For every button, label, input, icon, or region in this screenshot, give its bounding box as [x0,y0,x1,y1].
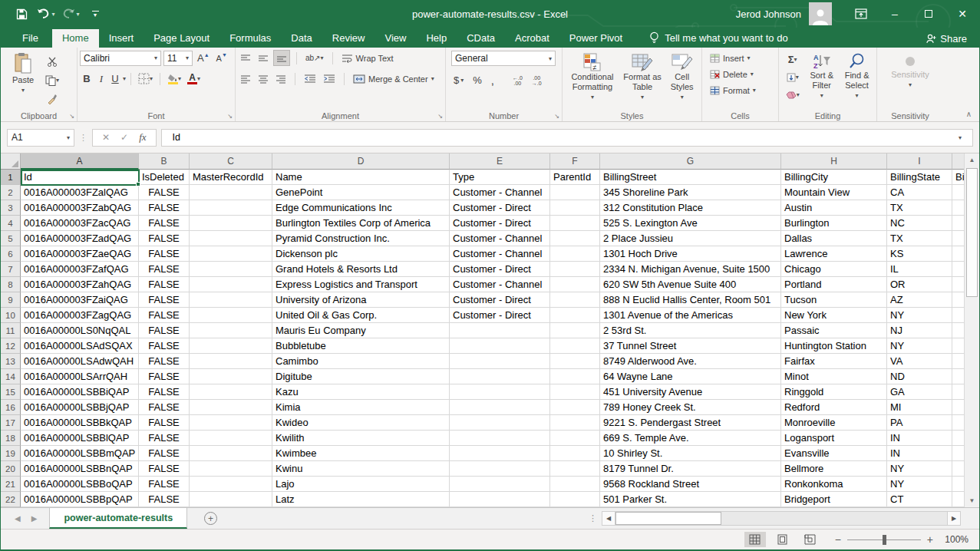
cell-G4[interactable]: 525 S. Lexington Ave [600,216,781,231]
cell-B8[interactable]: FALSE [139,277,190,292]
fill-button[interactable]: ▾ [781,69,803,85]
cell-A19[interactable]: 0016A00000LSBBmQAP [21,446,139,461]
comma-style-button[interactable]: , [489,72,497,88]
cell-C21[interactable] [190,477,272,492]
cell-H12[interactable]: Huntington Station [781,338,887,354]
cell-G19[interactable]: 10 Shirley St. [600,446,781,461]
cell-A14[interactable]: 0016A00000LSArrQAH [21,369,139,384]
align-right-button[interactable] [273,71,289,87]
cell-G7[interactable]: 2334 N. Michigan Avenue, Suite 1500 [600,262,781,277]
row-header-20[interactable]: 20 [1,461,21,477]
clear-button[interactable]: ▾ [781,87,803,103]
cell-D1[interactable]: Name [272,170,450,185]
cell-B13[interactable]: FALSE [139,354,190,369]
borders-dropdown[interactable]: ▾ [150,75,153,82]
cell-F17[interactable] [550,415,600,431]
cell-D10[interactable]: United Oil & Gas Corp. [272,308,450,323]
tab-home[interactable]: Home [52,29,99,48]
cell-F2[interactable] [550,185,600,200]
cell-B9[interactable]: FALSE [139,292,190,308]
cell-C3[interactable] [190,200,272,216]
cell-F15[interactable] [550,384,600,400]
cell-F14[interactable] [550,369,600,384]
cell-B21[interactable]: FALSE [139,477,190,492]
borders-button[interactable]: ▾ [136,71,155,87]
zoom-in-button[interactable]: + [927,533,933,546]
cell-C19[interactable] [190,446,272,461]
find-select-dropdown[interactable]: ▾ [856,91,859,101]
collapse-ribbon-button[interactable]: ∧ [966,110,972,118]
page-break-preview-button[interactable] [800,532,821,547]
cell-G22[interactable]: 501 Parker St. [600,492,781,507]
cell-D22[interactable]: Latz [272,492,450,507]
fill-dropdown[interactable]: ▾ [796,74,799,81]
cell-F18[interactable] [550,431,600,446]
cell-styles-button[interactable]: Cell Styles ▾ [665,50,699,110]
fill-color-button[interactable]: ▾ [165,71,183,87]
row-header-9[interactable]: 9 [1,292,21,308]
cell-A4[interactable]: 0016A000003FZacQAG [21,216,139,231]
alignment-dialog-launcher[interactable]: ↘ [437,113,443,120]
cell-H20[interactable]: Bellmore [781,461,887,477]
sort-filter-button[interactable]: AZ Sort & Filter ▾ [803,50,840,110]
cell-B17[interactable]: FALSE [139,415,190,431]
font-color-dropdown[interactable]: ▾ [197,75,200,82]
tab-review[interactable]: Review [322,29,375,48]
sensitivity-button[interactable]: Sensitivity ▾ [879,50,941,90]
cell-G8[interactable]: 620 SW 5th Avenue Suite 400 [600,277,781,292]
cell-F20[interactable] [550,461,600,477]
cell-I22[interactable]: CT [887,492,952,507]
decrease-indent-button[interactable] [302,71,318,87]
cell-C9[interactable] [190,292,272,308]
avatar[interactable] [809,2,832,25]
cell-C6[interactable] [190,246,272,262]
new-sheet-button[interactable]: + [204,512,217,525]
cell-D19[interactable]: Kwimbee [272,446,450,461]
tab-acrobat[interactable]: Acrobat [505,29,559,48]
cell-F4[interactable] [550,216,600,231]
cell-H14[interactable]: Minot [781,369,887,384]
cell-E3[interactable]: Customer - Direct [450,200,550,216]
cell-H17[interactable]: Monroeville [781,415,887,431]
cell-H10[interactable]: New York [781,308,887,323]
cell-F22[interactable] [550,492,600,507]
format-painter-button[interactable] [43,91,61,107]
cell-G9[interactable]: 888 N Euclid Hallis Center, Room 501 [600,292,781,308]
cell-H19[interactable]: Evansville [781,446,887,461]
cell-G18[interactable]: 669 S. Temple Ave. [600,431,781,446]
cell-H18[interactable]: Logansport [781,431,887,446]
cell-B10[interactable]: FALSE [139,308,190,323]
normal-view-button[interactable] [744,532,766,547]
zoom-level[interactable]: 100% [939,534,968,545]
increase-decimal-button[interactable]: ←.0.00 [510,72,525,88]
cell-G5[interactable]: 2 Place Jussieu [600,231,781,246]
cell-E7[interactable]: Customer - Direct [450,262,550,277]
cell-I19[interactable]: IN [887,446,952,461]
autosum-dropdown[interactable]: ▾ [794,56,797,63]
cell-D15[interactable]: Kazu [272,384,450,400]
cell-C12[interactable] [190,338,272,354]
cell-C15[interactable] [190,384,272,400]
cell-H7[interactable]: Chicago [781,262,887,277]
cell-C5[interactable] [190,231,272,246]
cell-D20[interactable]: Kwinu [272,461,450,477]
cell-F11[interactable] [550,323,600,338]
row-header-16[interactable]: 16 [1,400,21,415]
cut-button[interactable] [43,54,61,70]
scroll-right-arrow[interactable]: ▶ [947,512,960,525]
cell-E22[interactable] [450,492,550,507]
middle-align-button[interactable] [256,50,271,66]
select-all-corner[interactable] [1,153,21,170]
cell-A5[interactable]: 0016A000003FZadQAG [21,231,139,246]
column-header-B[interactable]: B [139,153,190,170]
cell-H22[interactable]: Bridgeport [781,492,887,507]
cell-G16[interactable]: 789 Honey Creek St. [600,400,781,415]
cell-B5[interactable]: FALSE [139,231,190,246]
redo-dropdown[interactable]: ▾ [76,11,79,18]
merge-center-button[interactable]: Merge & Center▾ [351,71,437,87]
fill-handle[interactable] [136,182,140,186]
cell-E12[interactable] [450,338,550,354]
cell-D17[interactable]: Kwideo [272,415,450,431]
insert-function-button[interactable]: fx [139,131,146,144]
font-size-select[interactable]: 11▾ [163,51,193,66]
